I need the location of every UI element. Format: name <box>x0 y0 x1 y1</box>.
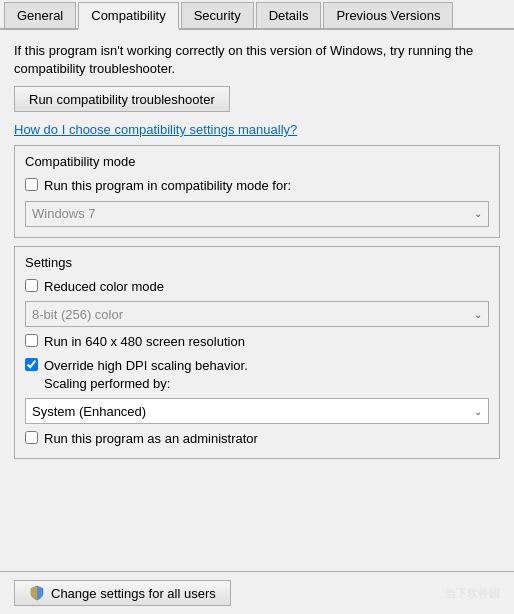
color-depth-dropdown: 8-bit (256) color ⌄ <box>25 301 489 327</box>
color-depth-arrow: ⌄ <box>474 309 482 320</box>
compatibility-mode-checkbox[interactable] <box>25 178 38 191</box>
resolution-checkbox[interactable] <box>25 334 38 347</box>
tab-bar: General Compatibility Security Details P… <box>0 0 514 30</box>
reduced-color-label: Reduced color mode <box>44 278 164 296</box>
main-content: If this program isn't working correctly … <box>0 30 514 571</box>
resolution-row: Run in 640 x 480 screen resolution <box>25 333 489 351</box>
dpi-override-label: Override high DPI scaling behavior.Scali… <box>44 357 248 392</box>
dialog: General Compatibility Security Details P… <box>0 0 514 614</box>
dpi-dropdown-value: System (Enhanced) <box>32 404 146 419</box>
change-settings-label: Change settings for all users <box>51 586 216 601</box>
bottom-bar: Change settings for all users 当下软件园 <box>0 571 514 614</box>
settings-label: Settings <box>25 255 489 270</box>
windows-version-dropdown-arrow: ⌄ <box>474 208 482 219</box>
admin-checkbox[interactable] <box>25 431 38 444</box>
tab-general[interactable]: General <box>4 2 76 28</box>
shield-icon <box>29 585 45 601</box>
dpi-override-checkbox[interactable] <box>25 358 38 371</box>
compatibility-mode-label: Compatibility mode <box>25 154 489 169</box>
reduced-color-checkbox[interactable] <box>25 279 38 292</box>
compatibility-mode-checkbox-label: Run this program in compatibility mode f… <box>44 177 291 195</box>
settings-group: Settings Reduced color mode 8-bit (256) … <box>14 246 500 459</box>
tab-details[interactable]: Details <box>256 2 322 28</box>
dpi-dropdown-arrow: ⌄ <box>474 406 482 417</box>
admin-label: Run this program as an administrator <box>44 430 258 448</box>
compatibility-mode-checkbox-row: Run this program in compatibility mode f… <box>25 177 489 195</box>
dpi-dropdown[interactable]: System (Enhanced) ⌄ <box>25 398 489 424</box>
compatibility-help-link[interactable]: How do I choose compatibility settings m… <box>14 122 500 137</box>
watermark: 当下软件园 <box>445 586 500 601</box>
compatibility-mode-group: Compatibility mode Run this program in c… <box>14 145 500 238</box>
intro-text: If this program isn't working correctly … <box>14 42 500 78</box>
color-depth-value: 8-bit (256) color <box>32 307 123 322</box>
change-settings-button[interactable]: Change settings for all users <box>14 580 231 606</box>
tab-compatibility[interactable]: Compatibility <box>78 2 178 30</box>
tab-previous-versions[interactable]: Previous Versions <box>323 2 453 28</box>
admin-row: Run this program as an administrator <box>25 430 489 448</box>
tab-security[interactable]: Security <box>181 2 254 28</box>
dpi-override-row: Override high DPI scaling behavior.Scali… <box>25 357 489 392</box>
reduced-color-row: Reduced color mode <box>25 278 489 296</box>
resolution-label: Run in 640 x 480 screen resolution <box>44 333 245 351</box>
windows-version-value: Windows 7 <box>32 206 96 221</box>
windows-version-dropdown: Windows 7 ⌄ <box>25 201 489 227</box>
run-troubleshooter-button[interactable]: Run compatibility troubleshooter <box>14 86 230 112</box>
